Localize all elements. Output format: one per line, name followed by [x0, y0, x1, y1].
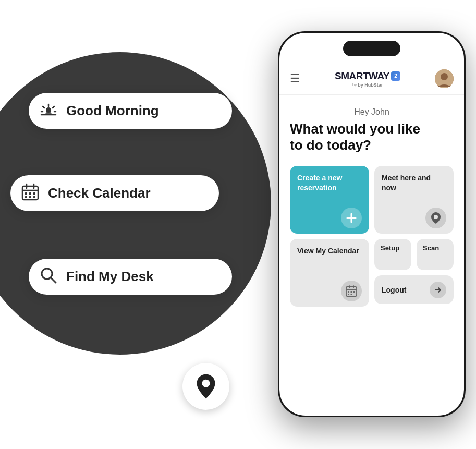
create-reservation-icon-wrap — [297, 208, 362, 228]
meet-here-icon-wrap — [382, 208, 446, 228]
create-reservation-label: Create a new reservation — [297, 173, 362, 192]
check-calendar-pill: Check Calendar — [10, 175, 219, 211]
svg-rect-15 — [29, 196, 31, 198]
logout-tile[interactable]: Logout — [374, 275, 454, 304]
svg-rect-14 — [25, 196, 27, 198]
calendar-tile-icon — [341, 281, 362, 301]
logo-area: SMARTWAY 2 by by HubStar — [335, 70, 400, 88]
app-content: ☰ SMARTWAY 2 by by HubStar — [279, 33, 464, 416]
svg-rect-29 — [348, 291, 349, 293]
search-icon — [39, 266, 58, 287]
svg-rect-16 — [33, 196, 35, 198]
logout-label: Logout — [382, 285, 406, 295]
calendar-icon — [21, 183, 40, 204]
location-pin — [182, 363, 229, 410]
phone-mockup: ☰ SMARTWAY 2 by by HubStar — [278, 31, 466, 417]
meet-here-label: Meet here and now — [382, 173, 446, 192]
svg-rect-12 — [29, 192, 31, 195]
check-calendar-label: Check Calendar — [48, 185, 151, 201]
view-calendar-icon-wrap — [297, 281, 362, 301]
find-desk-label: Find My Desk — [66, 269, 154, 285]
svg-point-24 — [434, 215, 438, 219]
logo-sub: by by HubStar — [352, 82, 383, 88]
logo-smartway: SMARTWAY — [335, 70, 389, 82]
logout-arrow-icon — [430, 282, 446, 298]
good-morning-pill: Good Morning — [29, 93, 232, 129]
phone-notch — [343, 41, 400, 56]
avatar — [435, 69, 454, 88]
svg-line-18 — [51, 278, 56, 283]
menu-icon[interactable]: ☰ — [290, 72, 300, 86]
find-desk-pill: Find My Desk — [29, 259, 232, 295]
sunrise-icon — [39, 100, 58, 122]
svg-rect-31 — [353, 291, 355, 293]
setup-tile[interactable]: Setup — [374, 239, 411, 270]
logo-badge: 2 — [391, 71, 400, 81]
svg-point-21 — [441, 73, 448, 80]
view-calendar-label: View My Calendar — [297, 246, 362, 256]
svg-rect-30 — [351, 291, 352, 293]
svg-line-1 — [43, 106, 44, 108]
location-icon — [425, 208, 446, 228]
setup-label: Setup — [381, 244, 405, 253]
svg-line-2 — [53, 106, 54, 108]
scan-label: Scan — [423, 244, 447, 253]
svg-rect-33 — [351, 294, 352, 295]
add-icon — [341, 208, 362, 228]
svg-rect-11 — [25, 192, 27, 195]
good-morning-label: Good Morning — [66, 103, 159, 119]
meet-here-tile[interactable]: Meet here and now — [374, 166, 454, 234]
create-reservation-tile[interactable]: Create a new reservation — [290, 166, 369, 234]
view-calendar-tile[interactable]: View My Calendar — [290, 239, 369, 307]
svg-point-19 — [202, 380, 210, 387]
app-body: Hey John What would you liketo do today?… — [279, 95, 464, 416]
phone-inner: ☰ SMARTWAY 2 by by HubStar — [279, 33, 464, 416]
greeting-sub: Hey John — [290, 107, 454, 117]
scan-tile[interactable]: Scan — [417, 239, 454, 270]
svg-rect-13 — [33, 192, 35, 195]
svg-rect-32 — [348, 294, 349, 295]
app-header: ☰ SMARTWAY 2 by by HubStar — [279, 63, 464, 95]
svg-point-5 — [46, 107, 51, 113]
greeting-main: What would you liketo do today? — [290, 121, 454, 153]
